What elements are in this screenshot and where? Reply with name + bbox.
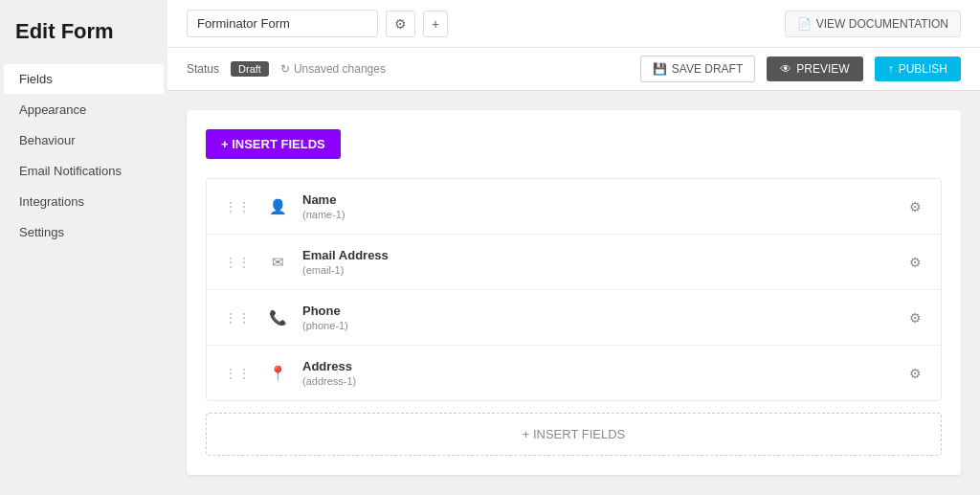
view-documentation-button[interactable]: 📄 VIEW DOCUMENTATION [785,11,961,37]
gear-icon-name: ⚙ [909,199,922,214]
preview-button[interactable]: 👁 PREVIEW [767,56,862,81]
field-label-phone: Phone [302,304,894,318]
insert-fields-top-label: + INSERT FIELDS [221,137,325,151]
gear-icon-phone: ⚙ [909,310,922,326]
sidebar-item-fields[interactable]: Fields [4,64,164,94]
preview-label: PREVIEW [796,62,849,76]
sidebar: Edit Form Fields Appearance Behaviour Em… [0,0,167,495]
statusbar: Status Draft ↻ Unsaved changes 💾 SAVE DR… [167,48,980,91]
phone-icon: 📞 [264,304,291,331]
table-row: ⋮⋮ ✉ Email Address (email-1) ⚙ [207,235,941,290]
view-docs-label: VIEW DOCUMENTATION [816,17,948,31]
drag-handle-address[interactable]: ⋮⋮ [222,364,253,383]
person-icon: 👤 [264,193,291,220]
sidebar-item-behaviour[interactable]: Behaviour [4,125,164,155]
status-label: Status [187,62,219,76]
plus-icon: + [432,16,439,32]
fields-card: + INSERT FIELDS ⋮⋮ 👤 Name (name-1) ⚙ [187,110,961,475]
gear-icon-address: ⚙ [909,366,922,381]
insert-fields-bottom-label: + INSERT FIELDS [523,427,626,441]
eye-icon: 👁 [780,62,791,76]
form-name-input[interactable] [187,10,378,37]
table-row: ⋮⋮ 📍 Address (address-1) ⚙ [207,346,941,400]
table-row: ⋮⋮ 📞 Phone (phone-1) ⚙ [207,290,941,346]
field-settings-address[interactable]: ⚙ [905,362,925,385]
field-id-phone: (phone-1) [302,320,894,331]
table-row: ⋮⋮ 👤 Name (name-1) ⚙ [207,179,941,235]
sidebar-item-appearance[interactable]: Appearance [4,95,164,124]
sidebar-item-email-notifications[interactable]: Email Notifications [4,156,164,186]
field-settings-name[interactable]: ⚙ [905,195,925,218]
field-info-name: Name (name-1) [302,192,894,220]
refresh-icon: ↻ [280,62,290,76]
field-label-address: Address [302,359,894,373]
field-id-address: (address-1) [302,375,894,387]
sidebar-item-settings[interactable]: Settings [4,217,164,247]
upload-icon: ↑ [888,62,894,76]
add-form-button[interactable]: + [423,11,448,37]
drag-handle-email[interactable]: ⋮⋮ [222,253,253,272]
drag-handle-name[interactable]: ⋮⋮ [222,197,253,216]
unsaved-indicator: ↻ Unsaved changes [280,62,386,76]
save-icon: 💾 [653,62,667,76]
gear-icon: ⚙ [394,16,407,32]
field-info-address: Address (address-1) [302,359,894,387]
topbar: ⚙ + 📄 VIEW DOCUMENTATION [167,0,980,48]
fields-list: ⋮⋮ 👤 Name (name-1) ⚙ ⋮⋮ ✉ Email Addres [206,178,942,401]
page-title: Edit Form [0,19,167,63]
location-icon: 📍 [264,360,291,387]
gear-icon-email: ⚙ [909,255,922,270]
unsaved-label: Unsaved changes [294,62,386,76]
field-settings-phone[interactable]: ⚙ [905,306,925,329]
doc-icon: 📄 [797,17,812,31]
field-id-name: (name-1) [302,209,894,220]
field-id-email: (email-1) [302,264,894,276]
email-icon: ✉ [264,249,291,276]
insert-fields-top-button[interactable]: + INSERT FIELDS [206,129,341,159]
field-settings-email[interactable]: ⚙ [905,251,925,274]
field-label-email: Email Address [302,248,894,262]
save-draft-button[interactable]: 💾 SAVE DRAFT [640,56,755,82]
content-area: + INSERT FIELDS ⋮⋮ 👤 Name (name-1) ⚙ [167,91,980,495]
status-badge: Draft [231,61,269,77]
sidebar-item-integrations[interactable]: Integrations [4,187,164,216]
field-label-name: Name [302,192,894,207]
insert-fields-bottom-button[interactable]: + INSERT FIELDS [206,413,942,456]
publish-button[interactable]: ↑ PUBLISH [875,56,961,81]
save-draft-label: SAVE DRAFT [672,62,743,76]
publish-label: PUBLISH [899,62,947,76]
main-area: ⚙ + 📄 VIEW DOCUMENTATION Status Draft ↻ … [167,0,980,495]
gear-button[interactable]: ⚙ [386,11,415,37]
field-info-phone: Phone (phone-1) [302,304,894,331]
drag-handle-phone[interactable]: ⋮⋮ [222,308,253,327]
field-info-email: Email Address (email-1) [302,248,894,276]
